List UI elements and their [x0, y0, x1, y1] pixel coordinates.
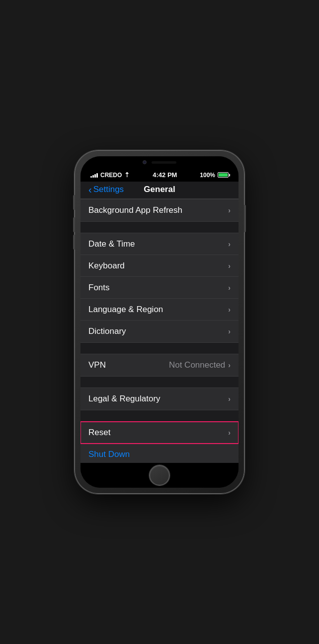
- chevron-right-icon: ›: [228, 361, 231, 369]
- settings-item-keyboard[interactable]: Keyboard ›: [80, 255, 239, 277]
- settings-group-3: VPN Not Connected ›: [80, 354, 239, 377]
- chevron-right-icon: ›: [228, 240, 231, 248]
- group-spacer-2: [80, 343, 239, 354]
- back-label: Settings: [93, 185, 124, 194]
- phone-screen: CREDO ⇡ 4:42 PM 100% ‹ Settings: [80, 156, 239, 488]
- settings-item-legal-regulatory[interactable]: Legal & Regulatory ›: [80, 388, 239, 410]
- item-label-shut-down: Shut Down: [88, 450, 130, 459]
- item-label-date-time: Date & Time: [88, 239, 135, 249]
- settings-item-language-region[interactable]: Language & Region ›: [80, 299, 239, 321]
- nav-header: ‹ Settings General: [80, 182, 239, 199]
- signal-bar-1: [90, 176, 92, 178]
- settings-group-4: Legal & Regulatory ›: [80, 387, 239, 410]
- settings-group-5: Reset › Shut Down: [80, 421, 239, 463]
- settings-item-shut-down[interactable]: Shut Down: [80, 444, 239, 463]
- carrier-name: CREDO: [100, 172, 122, 179]
- item-label-language-region: Language & Region: [88, 305, 163, 315]
- chevron-right-icon: ›: [228, 395, 231, 403]
- settings-item-fonts[interactable]: Fonts ›: [80, 277, 239, 299]
- item-label-vpn: VPN: [88, 360, 106, 370]
- status-bar: CREDO ⇡ 4:42 PM 100%: [80, 165, 239, 182]
- settings-item-date-time[interactable]: Date & Time ›: [80, 233, 239, 255]
- settings-list-1: Background App Refresh ›: [80, 199, 239, 222]
- screen: CREDO ⇡ 4:42 PM 100% ‹ Settings: [80, 165, 239, 463]
- settings-group-2: Date & Time › Keyboard ›: [80, 233, 239, 343]
- chevron-right-icon: ›: [228, 284, 231, 292]
- battery-container: [218, 172, 229, 178]
- earpiece: [152, 161, 176, 164]
- item-label-fonts: Fonts: [88, 283, 110, 293]
- chevron-right-icon: ›: [228, 306, 231, 314]
- settings-item-vpn[interactable]: VPN Not Connected ›: [80, 354, 239, 376]
- item-label-legal-regulatory: Legal & Regulatory: [88, 394, 160, 404]
- item-label-dictionary: Dictionary: [88, 326, 126, 336]
- phone-frame: CREDO ⇡ 4:42 PM 100% ‹ Settings: [75, 150, 244, 494]
- group-spacer-4: [80, 410, 239, 421]
- back-chevron-icon: ‹: [88, 185, 92, 194]
- phone-bottom: [80, 463, 239, 488]
- settings-group-1: Background App Refresh ›: [80, 199, 239, 222]
- phone-top: [80, 156, 239, 165]
- chevron-right-icon: ›: [228, 429, 231, 437]
- chevron-right-icon: ›: [228, 327, 231, 335]
- settings-list-3: VPN Not Connected ›: [80, 354, 239, 377]
- home-button[interactable]: [149, 465, 170, 486]
- battery-icon: [218, 172, 229, 178]
- wifi-icon: ⇡: [124, 171, 130, 179]
- signal-bar-2: [92, 175, 94, 178]
- status-right: 100%: [200, 172, 229, 179]
- settings-item-background-app-refresh[interactable]: Background App Refresh ›: [80, 199, 239, 221]
- camera-dot: [143, 160, 147, 164]
- settings-list-5: Reset › Shut Down: [80, 421, 239, 463]
- item-label-reset: Reset: [88, 428, 110, 438]
- settings-item-dictionary[interactable]: Dictionary ›: [80, 321, 239, 342]
- settings-list-2: Date & Time › Keyboard ›: [80, 233, 239, 343]
- back-button[interactable]: ‹ Settings: [88, 185, 124, 194]
- battery-percent: 100%: [200, 172, 215, 179]
- battery-fill: [219, 173, 228, 177]
- chevron-right-icon: ›: [228, 206, 231, 214]
- signal-bar-3: [94, 174, 96, 178]
- signal-bar-4: [96, 173, 98, 178]
- vpn-status-value: Not Connected: [169, 360, 225, 370]
- settings-list-4: Legal & Regulatory ›: [80, 387, 239, 410]
- settings-item-reset[interactable]: Reset ›: [80, 422, 239, 444]
- signal-bars: [90, 173, 98, 178]
- status-time: 4:42 PM: [153, 171, 177, 179]
- chevron-right-icon: ›: [228, 262, 231, 270]
- item-label-keyboard: Keyboard: [88, 261, 125, 271]
- item-label-background-app-refresh: Background App Refresh: [88, 205, 182, 215]
- group-spacer-1: [80, 222, 239, 233]
- group-spacer-3: [80, 377, 239, 387]
- status-left: CREDO ⇡: [90, 171, 130, 179]
- settings-scroll[interactable]: Background App Refresh ›: [80, 199, 239, 463]
